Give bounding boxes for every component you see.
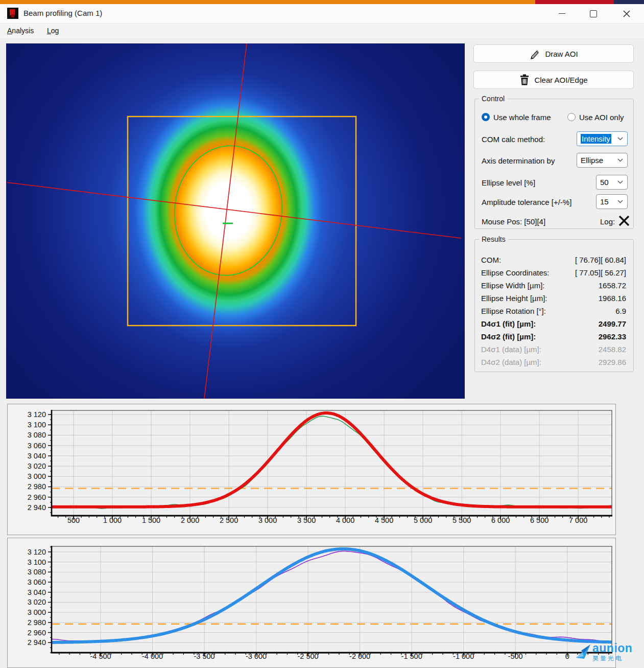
result-value: [ 77.05][ 56.27] <box>575 268 626 277</box>
svg-text:3 080: 3 080 <box>28 568 46 576</box>
strip-orange <box>0 0 535 4</box>
com-calc-method-select[interactable]: Intensity <box>577 131 628 146</box>
svg-text:500: 500 <box>67 516 80 524</box>
svg-text:3 080: 3 080 <box>28 431 46 439</box>
menu-item-log[interactable]: Log <box>44 25 62 36</box>
vendor-brand-cn: 昊量光电 <box>592 655 632 661</box>
amplitude-tolerance-value: 15 <box>600 197 609 206</box>
axis-determination-select[interactable]: Ellipse <box>577 153 628 168</box>
svg-text:3 100: 3 100 <box>28 421 46 429</box>
svg-text:6 500: 6 500 <box>530 516 548 524</box>
title-bar: Beam profiling (Cam 1) <box>0 4 644 24</box>
result-row: Ellipse Height [µm]:1968.16 <box>481 292 626 305</box>
amplitude-tolerance-select[interactable]: 15 <box>596 194 628 209</box>
svg-text:-1 000: -1 000 <box>453 652 474 660</box>
svg-text:1 000: 1 000 <box>103 516 122 524</box>
svg-text:2 940: 2 940 <box>28 503 46 512</box>
clear-aoi-label: Clear AOI/Edge <box>534 76 587 84</box>
app-icon <box>7 8 18 19</box>
result-row: D4σ1 (fit) [µm]:2499.77 <box>481 317 626 330</box>
svg-text:3 040: 3 040 <box>28 452 46 460</box>
results-group: Results COM:[ 76.76][ 60.84]Ellipse Coor… <box>474 239 634 372</box>
svg-text:3 060: 3 060 <box>28 578 46 586</box>
svg-text:5 000: 5 000 <box>414 516 432 524</box>
result-row: D4σ1 (data) [µm]:2458.82 <box>481 343 626 356</box>
draw-aoi-button[interactable]: Draw AOI <box>473 44 634 63</box>
minimize-button[interactable] <box>550 6 574 21</box>
clear-aoi-button[interactable]: Clear AOI/Edge <box>473 71 634 89</box>
svg-text:3 000: 3 000 <box>258 516 277 524</box>
maximize-icon <box>590 10 597 17</box>
control-group-title: Control <box>479 95 507 103</box>
result-row: D4σ2 (fit) [µm]:2962.33 <box>481 330 626 343</box>
radio-use-whole-frame[interactable] <box>482 113 490 121</box>
radio-use-aoi-only-label: Use AOI only <box>579 113 624 122</box>
strip-red <box>535 0 614 4</box>
com-calc-method-value: Intensity <box>581 134 611 144</box>
vendor-brand-text: aunion <box>592 642 632 654</box>
draw-aoi-label: Draw AOI <box>545 50 578 58</box>
result-row: Ellipse Coordinates:[ 77.05][ 56.27] <box>481 266 626 279</box>
axis-determination-label: Axis determination by <box>482 156 555 165</box>
chevron-down-icon <box>617 200 623 203</box>
x-profile-panel: 5001 0001 5002 0002 5003 0003 5004 0004 … <box>7 404 616 535</box>
close-button[interactable] <box>615 6 638 21</box>
mouse-pos-readout: Mouse Pos: [50][4] <box>482 217 545 226</box>
window-title: Beam profiling (Cam 1) <box>23 9 102 17</box>
crosshair-vertical <box>204 43 247 399</box>
vendor-logo-icon <box>575 642 592 661</box>
svg-text:3 120: 3 120 <box>28 410 46 419</box>
y-profile-chart: -4 500-4 000-3 500-3 000-2 500-2 000-1 5… <box>8 538 615 668</box>
radio-use-aoi-only[interactable] <box>567 113 576 121</box>
result-value: 2458.82 <box>599 345 626 354</box>
maximize-button[interactable] <box>582 6 605 21</box>
svg-text:-2 000: -2 000 <box>349 652 370 660</box>
minimize-icon <box>559 13 565 14</box>
result-value: 6.9 <box>615 307 626 315</box>
result-label: Ellipse Width [µm]: <box>481 281 545 290</box>
chevron-down-icon <box>617 137 623 141</box>
beam-ellipse <box>167 140 289 282</box>
svg-text:7 000: 7 000 <box>569 516 587 524</box>
svg-text:3 120: 3 120 <box>28 548 46 556</box>
control-group: Control Use whole frame Use AOI only COM… <box>474 99 634 229</box>
com-calc-method-label: COM calc method: <box>482 135 545 144</box>
svg-text:3 020: 3 020 <box>28 598 46 606</box>
vendor-watermark: aunion 昊量光电 <box>575 642 643 667</box>
svg-text:3 060: 3 060 <box>28 442 46 450</box>
ellipse-level-label: Ellipse level [%] <box>482 178 535 187</box>
result-value: 1968.16 <box>599 294 626 303</box>
svg-text:2 960: 2 960 <box>28 629 46 637</box>
y-profile-chart-svg: -4 500-4 000-3 500-3 000-2 500-2 000-1 5… <box>8 538 615 667</box>
results-rows: COM:[ 76.76][ 60.84]Ellipse Coordinates:… <box>481 254 626 368</box>
beam-image-canvas[interactable] <box>6 43 465 399</box>
results-group-title: Results <box>479 235 508 243</box>
close-icon <box>623 10 630 17</box>
menu-bar: Analysis Log <box>0 24 644 38</box>
result-value: [ 76.76][ 60.84] <box>575 256 626 264</box>
svg-text:-3 500: -3 500 <box>194 652 215 660</box>
result-row: Ellipse Rotation [°]:6.9 <box>481 305 626 317</box>
crosshair-horizontal <box>7 182 461 238</box>
svg-text:1 500: 1 500 <box>142 516 160 524</box>
result-row: COM:[ 76.76][ 60.84] <box>481 254 626 266</box>
svg-text:0: 0 <box>565 652 569 660</box>
trash-icon <box>519 74 530 85</box>
result-label: Ellipse Coordinates: <box>481 268 549 277</box>
x-profile-chart-svg: 5001 0001 5002 0002 5003 0003 5004 0004 … <box>8 404 615 535</box>
svg-text:2 960: 2 960 <box>28 493 46 501</box>
ellipse-level-value: 50 <box>600 178 609 187</box>
svg-text:2 000: 2 000 <box>181 516 199 524</box>
log-x-icon[interactable] <box>618 215 630 227</box>
svg-text:4 000: 4 000 <box>336 516 354 524</box>
menu-item-analysis[interactable]: Analysis <box>4 25 37 36</box>
result-label: COM: <box>481 256 501 264</box>
result-label: D4σ1 (data) [µm]: <box>481 345 541 354</box>
svg-text:3 000: 3 000 <box>28 608 46 616</box>
x-profile-chart: 5001 0001 5002 0002 5003 0003 5004 0004 … <box>8 404 615 537</box>
chevron-down-icon <box>617 158 623 162</box>
axis-determination-value: Ellipse <box>581 156 603 165</box>
svg-text:3 020: 3 020 <box>28 462 46 470</box>
ellipse-level-select[interactable]: 50 <box>596 175 628 190</box>
result-label: Ellipse Height [µm]: <box>481 294 547 303</box>
